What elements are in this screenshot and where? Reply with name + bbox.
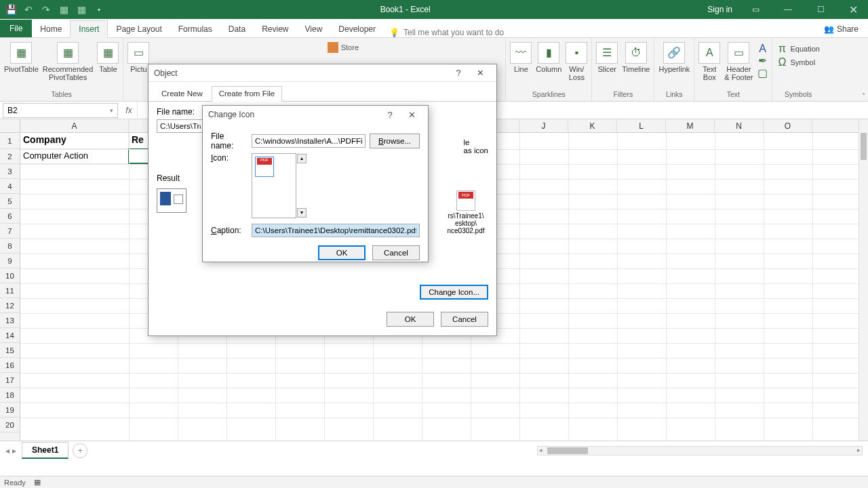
sign-in-link[interactable]: Sign in [703, 2, 736, 17]
slicer-button[interactable]: ☰Slicer [596, 42, 618, 73]
group-symbols: πEquation ΩSymbol Symbols [772, 38, 823, 101]
group-sparklines: 〰Line ▮Column ▪Win/ Loss Sparklines [506, 38, 592, 101]
vertical-scrollbar[interactable] [859, 119, 868, 441]
link-to-file-partial: le [464, 138, 488, 146]
undo-icon[interactable]: ↶ [20, 2, 37, 17]
group-links-label: Links [666, 90, 683, 100]
group-links: 🔗Hyperlink Links [654, 38, 694, 101]
hyperlink-label: Hyperlink [658, 65, 690, 73]
equation-button[interactable]: πEquation [776, 43, 819, 54]
object-cancel-button[interactable]: Cancel [441, 312, 488, 327]
collapse-ribbon-icon[interactable]: ˄ [862, 92, 865, 100]
cell-a1[interactable]: Company [20, 133, 129, 149]
tab-formulas[interactable]: Formulas [170, 21, 220, 37]
filename-input[interactable] [157, 119, 204, 133]
close-icon[interactable]: ✕ [840, 2, 867, 17]
qat-icon-2[interactable]: ▦ [73, 2, 90, 17]
pictures-label: Pictu [130, 65, 146, 73]
maximize-icon[interactable]: ☐ [807, 2, 834, 17]
object-ok-button[interactable]: OK [387, 312, 434, 327]
save-icon[interactable]: 💾 [3, 2, 19, 17]
icon-list-pdf-icon[interactable] [255, 157, 274, 177]
horizontal-scrollbar[interactable]: ◂ ▸ [537, 446, 863, 455]
sparkline-column-button[interactable]: ▮Column [536, 42, 561, 73]
qat-dropdown-icon[interactable]: ▾ [91, 2, 107, 17]
tell-me-search[interactable]: 💡 Tell me what you want to do [384, 28, 504, 37]
recommended-pivottables-button[interactable]: ▦Recommended PivotTables [43, 42, 94, 81]
sparkline-line-button[interactable]: 〰Line [510, 42, 532, 73]
tab-developer[interactable]: Developer [330, 21, 384, 37]
row-headers[interactable]: 1234567891011121314151617181920 [0, 133, 20, 441]
tab-create-new[interactable]: Create New [154, 86, 210, 101]
scroll-left-icon[interactable]: ◂ [539, 447, 542, 453]
name-box-value: B2 [7, 106, 18, 115]
scroll-right-icon[interactable]: ▸ [857, 447, 861, 453]
hyperlink-button[interactable]: 🔗Hyperlink [658, 42, 690, 73]
share-button[interactable]: 👥 Share [814, 21, 868, 37]
tab-file[interactable]: File [0, 20, 32, 37]
sheet-nav-next-icon[interactable]: ▸ [12, 446, 16, 455]
wordart-button[interactable]: A [757, 43, 768, 54]
scrollbar-thumb[interactable] [861, 133, 867, 160]
name-box[interactable]: B2 ▾ [3, 103, 118, 118]
object-dialog-title: Object [154, 68, 178, 78]
change-icon-button[interactable]: Change Icon... [420, 285, 488, 300]
symbol-button[interactable]: ΩSymbol [776, 57, 819, 68]
macro-icon[interactable]: ▦ [34, 478, 41, 487]
change-icon-help-icon[interactable]: ? [379, 110, 401, 120]
qat-icon[interactable]: ▦ [56, 2, 72, 17]
object-button[interactable]: ▢ [757, 68, 768, 79]
ci-ok-label: OK [336, 249, 348, 257]
column-label: Column [536, 65, 561, 73]
tab-insert[interactable]: Insert [70, 20, 108, 38]
icon-list[interactable]: ▴ ▾ [252, 153, 296, 218]
ribbon-display-icon[interactable]: ▭ [742, 2, 769, 17]
textbox-button[interactable]: AText Box [698, 42, 720, 81]
tab-home[interactable]: Home [32, 21, 70, 37]
pivottable-label: PivotTable [4, 65, 39, 73]
sheet-tab-1[interactable]: Sheet1 [22, 442, 68, 459]
ok-label: OK [405, 315, 416, 323]
pivottable-button[interactable]: ▦PivotTable [4, 42, 39, 73]
table-button[interactable]: ▦Table [97, 42, 119, 73]
store-button[interactable]: Store [328, 42, 359, 53]
tab-data[interactable]: Data [220, 21, 254, 37]
ci-filename-label: File name: [211, 131, 248, 150]
redo-icon[interactable]: ↷ [38, 2, 54, 17]
tab-page-layout[interactable]: Page Layout [108, 21, 170, 37]
titlebar: 💾 ↶ ↷ ▦ ▦ ▾ Book1 - Excel Sign in ▭ — ☐ … [0, 0, 868, 19]
icon-list-scroll-up-icon[interactable]: ▴ [297, 154, 307, 163]
timeline-button[interactable]: ⏱Timeline [622, 42, 650, 73]
ci-cancel-button[interactable]: Cancel [372, 245, 420, 260]
icon-preview: rs\Trainee1\ esktop\ nce0302.pdf [443, 190, 488, 255]
icon-caption-line3: nce0302.pdf [447, 227, 484, 235]
select-all-button[interactable] [0, 119, 20, 133]
tab-create-from-file[interactable]: Create from File [212, 86, 282, 102]
tab-review[interactable]: Review [254, 21, 296, 37]
tab-view[interactable]: View [297, 21, 331, 37]
sparkline-winloss-button[interactable]: ▪Win/ Loss [566, 42, 587, 81]
pictures-button[interactable]: ▭Pictu [127, 42, 149, 73]
hscroll-thumb[interactable] [547, 447, 588, 454]
signature-button[interactable]: ✒ [757, 56, 768, 66]
ci-caption-input[interactable] [252, 224, 420, 237]
header-footer-button[interactable]: ▭Header & Footer [724, 42, 753, 81]
browse-button[interactable]: Browse... [370, 134, 420, 148]
winloss-label: Win/ Loss [569, 65, 585, 81]
sheet-nav-prev-icon[interactable]: ◂ [5, 446, 9, 455]
group-text-label: Text [727, 90, 740, 100]
recommended-label: Recommended PivotTables [43, 65, 94, 81]
name-box-dropdown-icon[interactable]: ▾ [110, 107, 113, 114]
cell-a2[interactable]: Computer Action [20, 149, 129, 164]
dialog-close-icon[interactable]: ✕ [469, 68, 491, 78]
fx-icon[interactable]: fx [121, 106, 137, 115]
ci-ok-button[interactable]: OK [318, 245, 366, 260]
dialog-help-icon[interactable]: ? [448, 68, 469, 78]
icon-list-scroll-down-icon[interactable]: ▾ [297, 208, 307, 218]
change-icon-close-icon[interactable]: ✕ [401, 110, 422, 120]
add-sheet-button[interactable]: + [73, 443, 87, 458]
sheet-tabs: ◂ ▸ Sheet1 + ◂ ▸ [0, 441, 868, 460]
share-icon: 👥 [824, 24, 834, 34]
ci-filename-input[interactable] [252, 134, 366, 148]
minimize-icon[interactable]: — [774, 2, 802, 17]
